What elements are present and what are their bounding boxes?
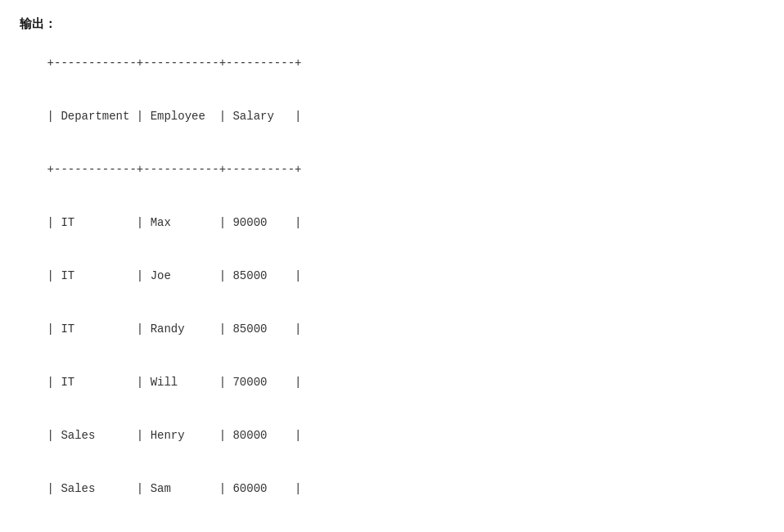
table-row-0: | IT | Max | 90000 |: [47, 216, 302, 229]
table-row-3: | IT | Will | 70000 |: [47, 376, 302, 389]
table-header-row: | Department | Employee | Salary |: [47, 110, 302, 123]
table-row-2: | IT | Randy | 85000 |: [47, 322, 302, 336]
table-row-4: | Sales | Henry | 80000 |: [47, 429, 302, 442]
table-border-top: +------------+-----------+----------+: [47, 56, 302, 70]
table-block: +------------+-----------+----------+ | …: [20, 37, 764, 532]
table-border-mid: +------------+-----------+----------+: [47, 163, 302, 176]
output-label: 输出：: [20, 16, 764, 32]
table-row-5: | Sales | Sam | 60000 |: [47, 482, 302, 495]
table-row-1: | IT | Joe | 85000 |: [47, 269, 302, 282]
output-section: 输出： +------------+-----------+----------…: [20, 16, 764, 532]
